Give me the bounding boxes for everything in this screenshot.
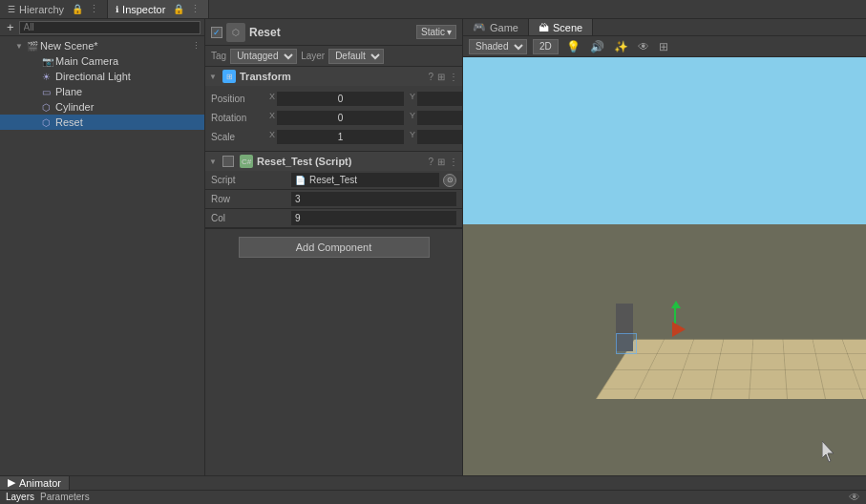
- object-active-checkbox[interactable]: ✓: [211, 27, 222, 38]
- hierarchy-item-reset[interactable]: ⬡ Reset: [0, 115, 204, 130]
- scale-y-input[interactable]: [417, 130, 463, 144]
- plane-label: Plane: [55, 86, 82, 97]
- tag-select[interactable]: Untagged: [230, 49, 297, 64]
- bottom-eye-icon[interactable]: 👁: [849, 491, 860, 504]
- hierarchy-tab-icon: ☰: [8, 5, 15, 14]
- scene-light-icon[interactable]: 💡: [564, 40, 582, 53]
- position-field-group: X Y Z: [265, 92, 463, 106]
- rotation-y-input[interactable]: [417, 111, 463, 125]
- cursor-area: [822, 441, 837, 466]
- object-name-input[interactable]: [249, 26, 412, 39]
- transform-more-icon[interactable]: ⋮: [449, 72, 458, 82]
- inspector-tab[interactable]: ℹ Inspector 🔒 ⋮: [108, 0, 209, 18]
- hierarchy-item-directional-light[interactable]: ☀ Directional Light: [0, 69, 204, 84]
- scene-more-icon[interactable]: ⋮: [192, 41, 201, 51]
- scene-label: New Scene*: [40, 40, 98, 52]
- tag-layer-row: Tag Untagged Layer Default: [205, 46, 462, 67]
- transform-component: ▼ ⊞ Transform ? ⊞ ⋮ Position X Y: [205, 67, 462, 152]
- script-more-icon[interactable]: ⋮: [449, 157, 458, 167]
- script-field-label: Script: [211, 175, 287, 185]
- hierarchy-item-main-camera[interactable]: 📷 Main Camera: [0, 53, 204, 69]
- rotation-field-group: X Y Z: [265, 111, 463, 125]
- position-x-axis-label: X: [265, 92, 275, 106]
- col-field-row: Col: [205, 209, 462, 228]
- reset-icon: ⬡: [42, 117, 55, 128]
- animator-tab-icon: ▶: [8, 476, 15, 489]
- svg-marker-0: [822, 441, 834, 462]
- row-value-input[interactable]: [291, 192, 456, 206]
- parameters-button[interactable]: Parameters: [40, 492, 90, 502]
- dir-light-label: Directional Light: [55, 71, 131, 82]
- scene-view[interactable]: [463, 57, 866, 475]
- add-component-section: Add Component: [205, 229, 462, 265]
- scene-audio-icon[interactable]: 🔊: [588, 40, 606, 53]
- col-value-input[interactable]: [291, 211, 456, 225]
- plane-icon: ▭: [42, 87, 55, 97]
- script-toggle-icon: ▼: [209, 158, 219, 166]
- shading-select[interactable]: Shaded: [469, 39, 527, 54]
- inspector-tab-label: Inspector: [122, 4, 165, 15]
- cursor-icon: [822, 441, 837, 464]
- reset-label: Reset: [55, 116, 83, 128]
- scene-tab[interactable]: 🏔 Scene: [529, 19, 593, 35]
- layer-select[interactable]: Default: [328, 49, 384, 64]
- 2d-button[interactable]: 2D: [533, 39, 559, 54]
- scene-icon: 🎬: [27, 41, 40, 52]
- layers-button[interactable]: Layers: [6, 492, 34, 502]
- script-circle-button[interactable]: ⊙: [443, 174, 456, 187]
- inspector-more-icon[interactable]: ⋮: [190, 3, 201, 15]
- rotation-row: Rotation X Y Z: [211, 109, 456, 126]
- script-file-name: Reset_Test: [309, 175, 357, 185]
- rotation-y-axis-label: Y: [406, 111, 415, 125]
- cylinder-icon: ⬡: [42, 102, 55, 113]
- position-x-input[interactable]: [277, 92, 404, 106]
- hierarchy-search-input[interactable]: [19, 21, 201, 34]
- scale-y-axis-label: Y: [406, 130, 415, 144]
- scene-visibility-icon[interactable]: 👁: [636, 40, 651, 53]
- transform-actions: ? ⊞ ⋮: [428, 72, 458, 82]
- position-y-input[interactable]: [417, 92, 463, 106]
- hierarchy-tab[interactable]: ☰ Hierarchy 🔒 ⋮: [0, 0, 108, 18]
- hierarchy-scene-root[interactable]: ▼ 🎬 New Scene* ⋮: [0, 38, 204, 53]
- animator-tab[interactable]: ▶ Animator: [0, 476, 70, 490]
- bottom-tabs: ▶ Animator: [0, 476, 866, 491]
- transform-help-icon[interactable]: ?: [428, 72, 433, 82]
- game-tab-icon: 🎮: [473, 21, 486, 33]
- rotation-x-input[interactable]: [277, 111, 404, 125]
- rotation-x-axis-label: X: [265, 111, 275, 125]
- game-tab-label: Game: [490, 22, 518, 33]
- scene-ground: [596, 265, 866, 399]
- row-field-label: Row: [211, 194, 287, 204]
- tag-label: Tag: [211, 51, 226, 61]
- game-tab[interactable]: 🎮 Game: [463, 19, 529, 35]
- position-row: Position X Y Z: [211, 90, 456, 107]
- scale-x-input[interactable]: [277, 130, 404, 144]
- scene-fx-icon[interactable]: ✨: [612, 40, 630, 53]
- hierarchy-item-cylinder[interactable]: ⬡ Cylinder: [0, 99, 204, 115]
- inspector-lock-icon[interactable]: 🔒: [173, 4, 184, 14]
- checkbox-check-icon: ✓: [213, 28, 221, 37]
- scale-field-group: X Y Z: [265, 130, 463, 144]
- hierarchy-more-icon[interactable]: ⋮: [89, 3, 99, 15]
- static-dropdown[interactable]: Static ▾: [416, 25, 456, 39]
- hierarchy-plus-button[interactable]: +: [4, 20, 17, 34]
- col-field-label: Col: [211, 213, 287, 223]
- script-component: ▼ C# Reset_Test (Script) ? ⊞ ⋮ Script 📄 …: [205, 152, 462, 229]
- transform-header[interactable]: ▼ ⊞ Transform ? ⊞ ⋮: [205, 67, 462, 86]
- scene-gizmo-icon[interactable]: ⊞: [657, 40, 670, 53]
- rotation-label: Rotation: [211, 113, 264, 123]
- cube-icon: ⬡: [232, 28, 240, 37]
- hierarchy-item-plane[interactable]: ▭ Plane: [0, 84, 204, 99]
- script-help-icon[interactable]: ?: [428, 157, 433, 167]
- script-settings-icon[interactable]: ⊞: [437, 157, 445, 167]
- script-field-row: Script 📄 Reset_Test ⊙: [205, 171, 462, 190]
- hierarchy-lock-icon[interactable]: 🔒: [72, 4, 83, 14]
- script-header[interactable]: ▼ C# Reset_Test (Script) ? ⊞ ⋮: [205, 152, 462, 171]
- inspector-tab-icon: ℹ: [116, 5, 118, 14]
- add-component-button[interactable]: Add Component: [239, 237, 430, 258]
- transform-settings-icon[interactable]: ⊞: [437, 72, 445, 82]
- static-label: Static: [421, 27, 445, 37]
- script-file-button[interactable]: 📄 Reset_Test: [291, 173, 439, 187]
- script-active-checkbox[interactable]: [222, 156, 234, 167]
- inspector-panel: ✓ ⬡ Static ▾ Tag Untagged Layer Default: [205, 19, 463, 475]
